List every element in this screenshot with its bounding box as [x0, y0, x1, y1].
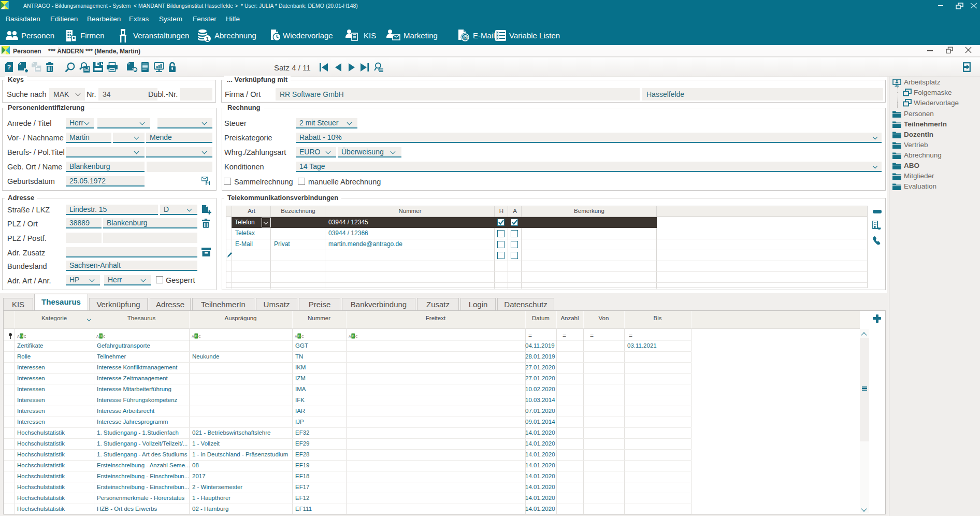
svg-text:C: C [24, 335, 26, 339]
svg-text:C: C [355, 335, 357, 339]
svg-text:B: B [352, 334, 354, 338]
svg-text:A: A [192, 335, 194, 339]
svg-text:B: B [20, 334, 23, 338]
svg-text:B: B [195, 334, 197, 338]
svg-text:A: A [349, 335, 351, 339]
svg-text:B: B [99, 334, 102, 338]
svg-text:B: B [298, 334, 300, 338]
svg-text:?: ? [7, 64, 11, 71]
svg-text:C: C [198, 335, 200, 339]
svg-text:C: C [301, 335, 304, 339]
svg-text:A: A [17, 335, 20, 339]
svg-text:C: C [103, 335, 105, 339]
svg-text:@: @ [462, 34, 468, 41]
svg-text:A: A [295, 335, 297, 339]
svg-text:A: A [96, 335, 99, 339]
svg-text:1: 1 [206, 36, 209, 42]
